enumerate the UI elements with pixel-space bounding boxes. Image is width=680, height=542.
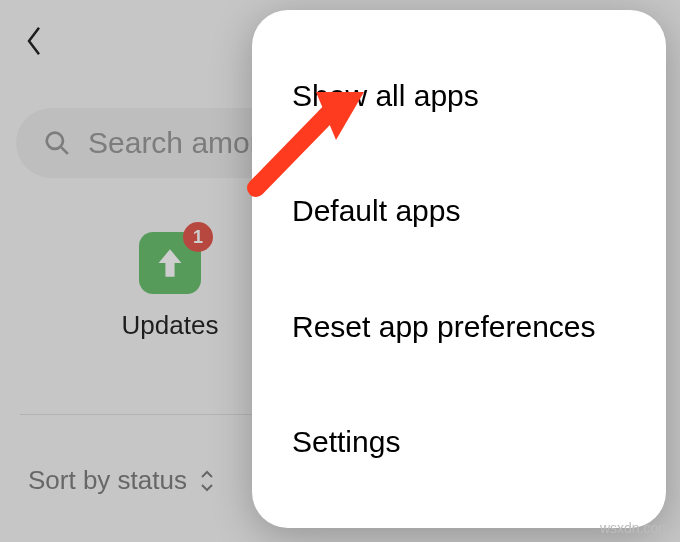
svg-point-0	[47, 133, 63, 149]
menu-item-reset-app-preferences[interactable]: Reset app preferences	[252, 269, 666, 385]
sort-selector[interactable]: Sort by status	[28, 465, 215, 496]
sort-label: Sort by status	[28, 465, 187, 496]
svg-line-1	[61, 147, 68, 154]
menu-item-default-apps[interactable]: Default apps	[252, 154, 666, 270]
updates-label: Updates	[122, 310, 219, 341]
menu-item-show-all-apps[interactable]: Show all apps	[252, 38, 666, 154]
sort-arrows-icon	[199, 470, 215, 492]
watermark: wsxdn.com	[600, 520, 670, 536]
overflow-menu: Show all apps Default apps Reset app pre…	[252, 10, 666, 528]
menu-item-settings[interactable]: Settings	[252, 385, 666, 501]
updates-icon: 1	[139, 232, 201, 294]
chevron-left-icon	[24, 24, 44, 58]
search-icon	[44, 130, 70, 156]
back-button[interactable]	[24, 24, 44, 62]
updates-badge: 1	[183, 222, 213, 252]
